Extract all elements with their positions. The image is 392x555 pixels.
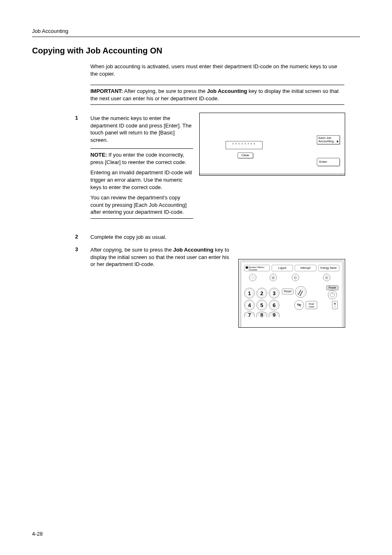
step-2: 2 Complete the copy job as usual.	[32, 234, 360, 241]
key-6[interactable]: 6	[269, 300, 279, 310]
key-7[interactable]: 7	[244, 312, 255, 317]
cancel-icon[interactable]	[295, 286, 307, 298]
svg-point-0	[252, 277, 254, 279]
enter-button[interactable]: Enter	[317, 158, 340, 166]
control-panel-figure: ✱System Menu/ Counter Logout Interrupt E…	[238, 259, 345, 328]
interrupt-icon	[292, 274, 299, 281]
step-2-number: 2	[32, 234, 90, 241]
panel-border-inner: ✱System Menu/ Counter Logout Interrupt E…	[241, 262, 342, 328]
energy-saver-button[interactable]: Energy Saver	[318, 265, 340, 271]
svg-point-3	[326, 277, 327, 278]
running-header: Job Accounting	[32, 28, 360, 37]
panel-top-row: ✱System Menu/ Counter Logout Interrupt E…	[244, 265, 339, 271]
touchpanel-hatch	[200, 173, 345, 175]
key-2[interactable]: 2	[256, 288, 267, 298]
key-9[interactable]: 9	[269, 312, 279, 317]
key-1[interactable]: 1	[244, 288, 255, 298]
power-label: Power	[326, 285, 339, 290]
section-heading: Copying with Job Accounting ON	[32, 46, 360, 56]
svg-rect-1	[272, 277, 274, 278]
system-menu-button[interactable]: ✱System Menu/ Counter	[244, 265, 270, 271]
lock-icon	[270, 274, 277, 281]
note-label: NOTE:	[90, 152, 107, 158]
step-2-text: Complete the copy job as usual.	[90, 234, 360, 241]
percent-clear-button[interactable]: ⁰⁄c	[294, 300, 304, 310]
important-note: IMPORTANT: After copying, be sure to pre…	[90, 85, 344, 105]
interrupt-button[interactable]: Interrupt	[295, 265, 316, 271]
page-number: 4-28	[32, 531, 43, 537]
panel-border-outer: ✱System Menu/ Counter Logout Interrupt E…	[240, 261, 344, 328]
note-p3: You can review the department's copy cou…	[90, 194, 193, 216]
step-1-number: 1	[32, 115, 90, 224]
energy-icon	[323, 274, 330, 281]
indicator-1	[249, 274, 256, 281]
key-8[interactable]: 8	[256, 312, 267, 317]
intro-paragraph: When job accounting is activated, users …	[90, 63, 344, 77]
step-1-text: Use the numeric keys to enter the depart…	[90, 115, 193, 143]
step-3-text: After copying, be sure to press the Job …	[90, 246, 232, 268]
power-button[interactable]	[328, 290, 337, 299]
numeric-keypad: 1 2 3 4 5 6 7 8 9	[244, 288, 279, 319]
key-4[interactable]: 4	[244, 300, 255, 310]
important-label: IMPORTANT:	[90, 88, 123, 94]
important-text-before: After copying, be sure to press the	[123, 88, 207, 94]
key-3[interactable]: 3	[269, 288, 279, 298]
important-bold: Job Accounting	[207, 88, 247, 94]
id-code-display: ********	[226, 141, 263, 149]
touchpanel-figure: ******** Clear Each Job Accounting Enter	[199, 113, 345, 176]
key-5[interactable]: 5	[256, 300, 267, 310]
stop-clear-button[interactable]: Stop/ Clear	[306, 301, 317, 309]
step-3-number: 3	[32, 246, 90, 268]
step-1-note: NOTE: If you enter the code incorrectly,…	[90, 148, 193, 218]
logout-button[interactable]: Logout	[272, 265, 293, 271]
reset-button[interactable]: Reset	[282, 289, 293, 294]
status-indicator: ⊕○	[332, 301, 338, 309]
clear-button[interactable]: Clear	[238, 153, 253, 158]
note-p2: Entering an invalid department ID-code w…	[90, 169, 193, 191]
each-job-accounting-button[interactable]: Each Job Accounting	[317, 135, 340, 144]
